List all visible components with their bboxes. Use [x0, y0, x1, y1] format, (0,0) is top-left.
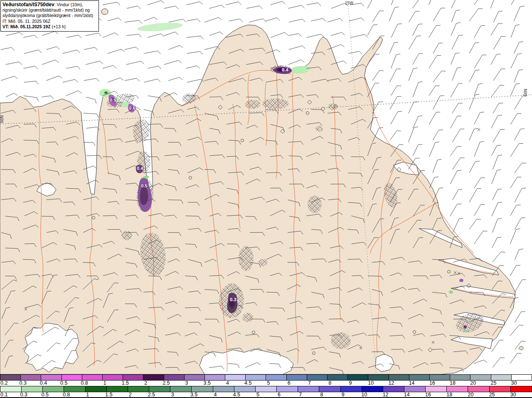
- colorbar-segment: [287, 375, 307, 380]
- colorbar-tick-label: 12: [383, 392, 389, 398]
- colorbar-tick-label: 5: [256, 392, 259, 398]
- precip-value-label: 0.6: [129, 106, 135, 111]
- legend-line-3: slydda/snjókoma (grátt/bleikt/grænt - mm…: [2, 13, 97, 18]
- colorbar-segment: [450, 375, 470, 380]
- colorbar-segment: [511, 386, 532, 392]
- colorbar-tick-label: 0.5: [42, 392, 49, 398]
- colorbar-segment: [307, 375, 328, 380]
- colorbar-segment: [82, 375, 103, 380]
- colorbar-tick-label: 16: [429, 380, 435, 386]
- colorbar-rain: [0, 386, 532, 392]
- legend-line-5: VT: Mið. 05.11.2025 19Z (+13 h): [2, 24, 97, 29]
- colorbar-tick-label: 20: [468, 392, 473, 398]
- parallel-label-left: 66N: [0, 115, 4, 123]
- colorbar-segment: [491, 375, 512, 380]
- colorbar-tick-label: 4.5: [233, 392, 240, 398]
- colorbar-segment: [149, 386, 170, 392]
- legend-box: Veðurstofan/IS750dev: Vindur (10m), rign…: [0, 0, 99, 32]
- island: [101, 9, 108, 15]
- legend-init-time: IT: Mið. 05. 11. 2025 06Z: [2, 19, 97, 24]
- colorbar-tick-label: 1: [103, 380, 106, 386]
- model-name: Veðurstofan/IS750dev: [2, 2, 54, 7]
- colorbar-tick-label: 16: [425, 392, 431, 398]
- colorbar-tick-label: 10: [361, 392, 367, 398]
- colorbar-tick-label: 20: [470, 380, 476, 386]
- colorbar-segment: [470, 375, 491, 380]
- colorbar-tick-label: 3.5: [190, 392, 197, 398]
- colorbar-tick-label: 14: [409, 380, 415, 386]
- colorbar-segment: [22, 386, 43, 392]
- colorbar-tick-label: 9: [342, 392, 345, 398]
- colorbar-sleet-snow: [0, 374, 532, 381]
- colorbar-tick-label: 1.5: [122, 380, 129, 386]
- colorbar-tick-label: 3.5: [204, 380, 211, 386]
- colorbar-segment: [447, 386, 468, 392]
- colorbar-tick-label: 0.8: [81, 380, 88, 386]
- colorbar-segment: [185, 375, 205, 380]
- colorbar-tick-label: 10: [368, 380, 374, 386]
- colorbar-tick-label: 12: [388, 380, 394, 386]
- legend-line-1: Veðurstofan/IS750dev: Vindur (10m),: [2, 2, 97, 7]
- colorbar-tick-label: 8: [328, 380, 331, 386]
- colorbar-segment: [409, 375, 430, 380]
- colorbar-tick-label: 4: [214, 392, 217, 398]
- colorbar-sleet-snow-labels: 0.20.30.40.50.811.522.533.544.5567891012…: [0, 381, 532, 386]
- colorbar-segment: [490, 386, 511, 392]
- colorbar-segment: [62, 375, 82, 380]
- legend-line-2: rigning/skúrir (grænt/blátt/rautt - mm/1…: [2, 7, 97, 13]
- map-svg: 0.40.90.60.40.50.3 15W 66N 66N: [0, 0, 532, 374]
- colorbar-tick-label: 0.2: [0, 380, 7, 386]
- colorbar-segment: [468, 386, 489, 392]
- colorbar-segment: [298, 386, 319, 392]
- colorbar-tick-label: 18: [446, 392, 452, 398]
- colorbar-tick-label: 7: [299, 392, 302, 398]
- colorbar-segment: [389, 375, 409, 380]
- colorbar-tick-label: 5: [267, 380, 270, 386]
- colorbar-segment: [123, 375, 143, 380]
- weather-map-app: 0.40.90.60.40.50.3 15W 66N 66N Veðurstof…: [0, 0, 532, 398]
- colorbar-segment: [128, 386, 149, 392]
- colorbar-segment: [192, 386, 213, 392]
- colorbar-tick-label: 14: [404, 392, 410, 398]
- colorbar-tick-label: 2: [129, 392, 132, 398]
- colorbar-segment: [328, 375, 348, 380]
- colorbar-tick-label: 30: [510, 392, 516, 398]
- parallel-label-right: 66N: [523, 89, 528, 96]
- colorbar-segment: [86, 386, 107, 392]
- meridian-label: 15W: [345, 1, 354, 5]
- legend-lead-time: (+13 h): [51, 24, 66, 29]
- colorbar-segment: [512, 375, 532, 380]
- colorbar-segment: [319, 386, 340, 392]
- colorbar-tick-label: 3: [171, 392, 174, 398]
- colorbar-tick-label: 2: [144, 380, 147, 386]
- colorbar-segment: [205, 375, 225, 380]
- colorbar-tick-label: 2.5: [163, 380, 170, 386]
- colorbar-tick-label: 9: [349, 380, 352, 386]
- colorbar-tick-label: 18: [450, 380, 456, 386]
- colorbar-segment: [246, 375, 266, 380]
- colorbar-tick-label: 2.5: [148, 392, 155, 398]
- colorbar-tick-label: 4: [226, 380, 229, 386]
- colorbar-segment: [143, 375, 164, 380]
- colorbar-segment: [21, 375, 41, 380]
- colorbar-segment: [362, 386, 383, 392]
- colorbar-tick-label: 1.5: [105, 392, 112, 398]
- colorbar-segment: [0, 386, 22, 392]
- colorbar-segment: [341, 386, 362, 392]
- colorbar-segment: [64, 386, 85, 392]
- colorbar-tick-label: 30: [511, 380, 517, 386]
- colorbar-segment: [107, 386, 128, 392]
- colorbar-segment: [170, 386, 192, 392]
- map-canvas: 0.40.90.60.40.50.3 15W 66N 66N Veðurstof…: [0, 0, 532, 374]
- colorbar-segment: [426, 386, 447, 392]
- precip-value-label: 0.4: [137, 166, 143, 171]
- colorbar-segment: [43, 386, 64, 392]
- colorbar-segment: [0, 375, 21, 380]
- colorbar-segment: [225, 375, 246, 380]
- colorbar-segment: [41, 375, 62, 380]
- colorbar-segment: [266, 375, 286, 380]
- precip-value-label: 0.5: [141, 183, 147, 188]
- colorbar-tick-label: 0.3: [20, 392, 27, 398]
- colorbar-tick-label: 0.8: [63, 392, 70, 398]
- colorbar-segment: [164, 375, 185, 380]
